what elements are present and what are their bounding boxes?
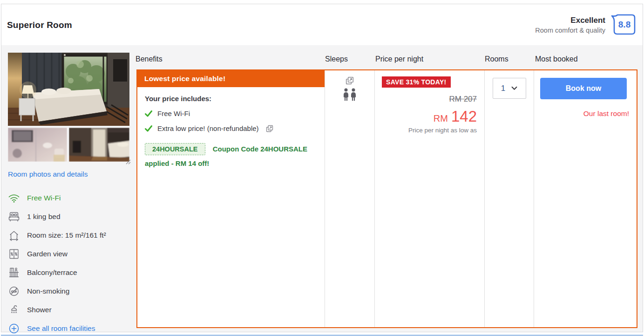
rooms-select[interactable]: 1: [493, 78, 526, 99]
amenity-garden-view: Garden view: [8, 245, 130, 263]
wifi-icon: [8, 192, 20, 204]
coupon-message: 24HOURSALE Coupon Code 24HOURSALE applie…: [145, 142, 320, 171]
header-price-per-night: Price per night: [375, 55, 423, 63]
bed-icon: [8, 211, 20, 223]
amenity-shower: Shower: [8, 301, 130, 319]
room-card: Superior Room Excellent Room comfort & q…: [1, 4, 643, 332]
amenity-king-bed: 1 king bed: [8, 207, 130, 226]
rating-label: Excellent: [535, 16, 605, 25]
rating-score-badge: 8.8: [611, 14, 636, 36]
amenity-free-wifi: Free Wi-Fi: [8, 189, 130, 207]
most-booked-cell: Book now Our last room!: [534, 70, 637, 327]
check-icon: [145, 125, 152, 132]
amenity-balcony: Balcony/terrace: [8, 263, 130, 282]
benefit-label: Free Wi-Fi: [157, 110, 190, 117]
price-amount: 142: [451, 108, 477, 125]
garden-view-icon: [8, 248, 20, 260]
benefits-cell: Lowest price available! Your price inclu…: [137, 70, 325, 327]
currency-label: RM: [434, 113, 448, 123]
check-icon: [145, 110, 152, 117]
amenity-label: Room size: 15 m²/161 ft²: [27, 231, 106, 240]
lowest-price-banner: Lowest price available!: [137, 70, 325, 87]
benefit-label: Extra low price! (non-refundable): [157, 124, 259, 132]
original-price: RM 207: [408, 95, 477, 104]
header-benefits: Benefits: [136, 55, 163, 63]
header-most-booked: Most booked: [535, 55, 578, 63]
included-benefit: Extra low price! (non-refundable): [145, 124, 317, 132]
amenity-label: Garden view: [27, 250, 68, 258]
amenity-label: Shower: [27, 306, 52, 314]
amenity-label: Non-smoking: [27, 287, 69, 295]
rooms-cell: 1: [485, 70, 534, 327]
see-all-facilities-link[interactable]: See all room facilities: [8, 319, 130, 336]
see-all-facilities-label: See all room facilities: [27, 324, 95, 333]
room-photos-details-link[interactable]: Room photos and details: [8, 170, 88, 178]
book-now-button[interactable]: Book now: [540, 78, 627, 99]
plus-circle-icon: [8, 322, 20, 335]
resize-handle-icon[interactable]: [125, 159, 131, 165]
details-popup-icon[interactable]: [266, 125, 273, 132]
rating-sublabel: Room comfort & quality: [535, 27, 605, 34]
header-rooms: Rooms: [485, 55, 508, 63]
shower-icon: [8, 304, 20, 316]
room-photos: [8, 53, 130, 165]
amenity-label: Balcony/terrace: [27, 268, 77, 277]
room-name-title: Superior Room: [7, 20, 72, 30]
occupancy-popup-icon[interactable]: [346, 76, 354, 85]
sleeps-cell: [325, 70, 375, 327]
room-listing-page: Superior Room Excellent Room comfort & q…: [0, 0, 644, 336]
included-benefit: Free Wi-Fi: [145, 110, 317, 117]
rating-score-value: 8.8: [614, 20, 635, 30]
amenities-list: Free Wi-Fi 1 king bed: [8, 189, 130, 336]
chevron-down-icon: [511, 86, 517, 90]
coupon-code-tag: 24HOURSALE: [145, 143, 205, 155]
no-smoking-icon: [8, 285, 20, 297]
amenity-label: Free Wi-Fi: [27, 194, 61, 202]
price-includes-title: Your price includes:: [145, 95, 317, 103]
balcony-icon: [8, 267, 20, 279]
rating-block: Excellent Room comfort & quality 8.8: [535, 14, 636, 36]
price-cell: SAVE 31% TODAY! RM 207 RM142 Price per n…: [375, 70, 485, 327]
amenity-label: 1 king bed: [27, 213, 61, 221]
room-size-icon: [8, 229, 20, 241]
amenity-room-size: Room size: 15 m²/161 ft²: [8, 226, 130, 245]
save-badge: SAVE 31% TODAY!: [382, 76, 451, 88]
rooms-selected-value: 1: [501, 84, 505, 93]
room-photo-thumb-bedroom[interactable]: [69, 128, 129, 162]
amenity-non-smoking: Non-smoking: [8, 282, 130, 301]
price-note: Price per night as low as: [408, 127, 477, 134]
current-price: RM142: [408, 108, 477, 125]
room-photo-main[interactable]: [8, 53, 129, 126]
room-offer-row: Lowest price available! Your price inclu…: [136, 69, 637, 328]
room-photo-thumb-bathroom[interactable]: [8, 128, 67, 162]
header-sleeps: Sleeps: [325, 55, 348, 63]
occupancy-two-adults-icon: [325, 88, 374, 103]
urgency-message: Our last room!: [540, 110, 630, 118]
